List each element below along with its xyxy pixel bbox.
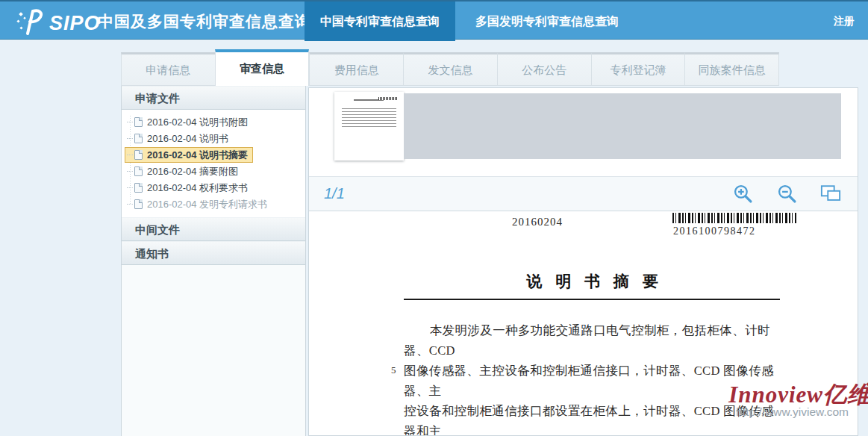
sidebar-section-application-files[interactable]: 申请文件 xyxy=(122,86,305,110)
title-divider xyxy=(404,299,780,300)
file-item-label: 2016-02-04 发明专利请求书 xyxy=(147,198,267,211)
tab-patent-register[interactable]: 专利登记簿 xyxy=(591,52,685,86)
document-viewer-panel: 1/1 xyxy=(308,87,858,436)
margin-line-number: 5 xyxy=(391,364,396,376)
viewer-toolbar: 1/1 xyxy=(309,177,858,211)
barcode-number: 2016100798472 xyxy=(673,225,756,237)
thumbnail-placeholder-area xyxy=(404,93,841,159)
app-header: SIPO 中国及多国专利审查信息查询 中国专利审查信息查询 多国发明专利审查信息… xyxy=(0,0,868,40)
abstract-line: 控设备和控制柜通信接口都设置在柜体上，计时器、CCD 图像传感器和主 xyxy=(404,401,782,435)
tab-fee-info[interactable]: 费用信息 xyxy=(309,52,403,86)
tab-bar: 申请信息 审查信息 费用信息 发文信息 公布公告 专利登记簿 同族案件信息 xyxy=(121,49,779,86)
pages-icon[interactable] xyxy=(820,184,841,205)
page-indicator: 1/1 xyxy=(324,185,345,202)
abstract-line: 本发明涉及一种多功能交通路口电气控制柜，包括柜体、计时器、CCD xyxy=(404,320,782,361)
nav-multi-country-query[interactable]: 多国发明专利审查信息查询 xyxy=(461,1,633,41)
document-icon xyxy=(134,150,143,160)
document-icon xyxy=(134,134,143,143)
sidebar-section-intermediate-files[interactable]: 中间文件 xyxy=(122,217,305,241)
document-date: 20160204 xyxy=(512,216,563,228)
toolbar-icons xyxy=(732,184,841,205)
zoom-in-icon[interactable] xyxy=(732,184,753,205)
sipo-logo-icon xyxy=(15,7,46,40)
document-icon xyxy=(134,117,143,127)
tab-issued-documents[interactable]: 发文信息 xyxy=(403,52,497,86)
page-thumbnail[interactable] xyxy=(334,92,404,161)
tab-family-cases[interactable]: 同族案件信息 xyxy=(684,52,779,86)
document-icon xyxy=(134,183,143,193)
tab-publication-announcement[interactable]: 公布公告 xyxy=(497,52,591,86)
sidebar-file-tree: 申请文件 2016-02-04 说明书附图 2016-02-04 说明书 201… xyxy=(121,86,306,436)
file-item-claims[interactable]: 2016-02-04 权利要求书 xyxy=(125,180,253,196)
barcode xyxy=(672,213,796,223)
tab-examination-info[interactable]: 审查信息 xyxy=(215,49,310,86)
document-title: 说明书摘要 xyxy=(404,271,781,292)
abstract-line: 图像传感器、主控设备和控制柜通信接口，计时器、CCD 图像传感器、主 xyxy=(404,361,782,401)
thumbnail-barcode xyxy=(378,97,398,100)
file-item-abstract-selected[interactable]: 2016-02-04 说明书摘要 xyxy=(125,147,253,163)
page-title: 中国及多国专利审查信息查询 xyxy=(98,11,311,32)
file-item-description-figures[interactable]: 2016-02-04 说明书附图 xyxy=(125,114,253,130)
file-item-label: 2016-02-04 说明书摘要 xyxy=(147,149,248,162)
file-item-invention-request[interactable]: 2016-02-04 发明专利请求书 xyxy=(125,196,272,212)
document-page-view: 20160204 2016100798472 说明书摘要 5 本发明涉及一种多功… xyxy=(309,211,858,435)
file-item-label: 2016-02-04 权利要求书 xyxy=(147,181,248,195)
sidebar-section-notices[interactable]: 通知书 xyxy=(122,241,305,265)
file-item-label: 2016-02-04 摘要附图 xyxy=(147,165,238,178)
thumbnail-strip xyxy=(309,88,858,177)
file-item-label: 2016-02-04 说明书附图 xyxy=(147,116,248,129)
document-icon xyxy=(134,199,143,209)
tab-application-info[interactable]: 申请信息 xyxy=(121,52,215,86)
nav-china-patent-query[interactable]: 中国专利审查信息查询 xyxy=(305,1,455,41)
thumbnail-text-lines xyxy=(342,108,396,128)
document-icon xyxy=(134,166,143,176)
register-link[interactable]: 注册 xyxy=(834,15,855,28)
sipo-logo: SIPO xyxy=(15,7,101,40)
file-item-description[interactable]: 2016-02-04 说明书 xyxy=(125,131,234,146)
file-item-label: 2016-02-04 说明书 xyxy=(147,132,228,146)
sipo-logo-text: SIPO xyxy=(49,12,101,35)
application-file-list: 2016-02-04 说明书附图 2016-02-04 说明书 2016-02-… xyxy=(122,110,305,217)
file-item-abstract-figures[interactable]: 2016-02-04 摘要附图 xyxy=(125,164,243,179)
zoom-out-icon[interactable] xyxy=(776,184,797,205)
abstract-text: 本发明涉及一种多功能交通路口电气控制柜，包括柜体、计时器、CCD 图像传感器、主… xyxy=(404,320,782,435)
